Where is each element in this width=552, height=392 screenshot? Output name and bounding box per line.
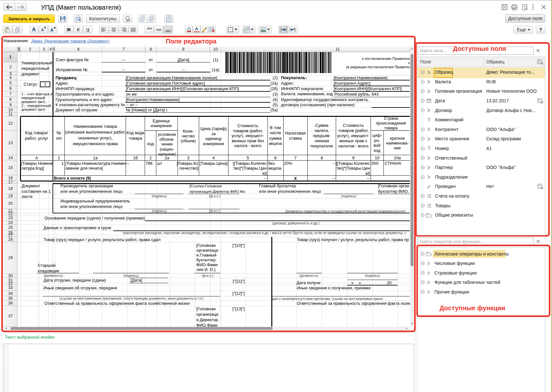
- svg-text:R: R: [247, 28, 249, 30]
